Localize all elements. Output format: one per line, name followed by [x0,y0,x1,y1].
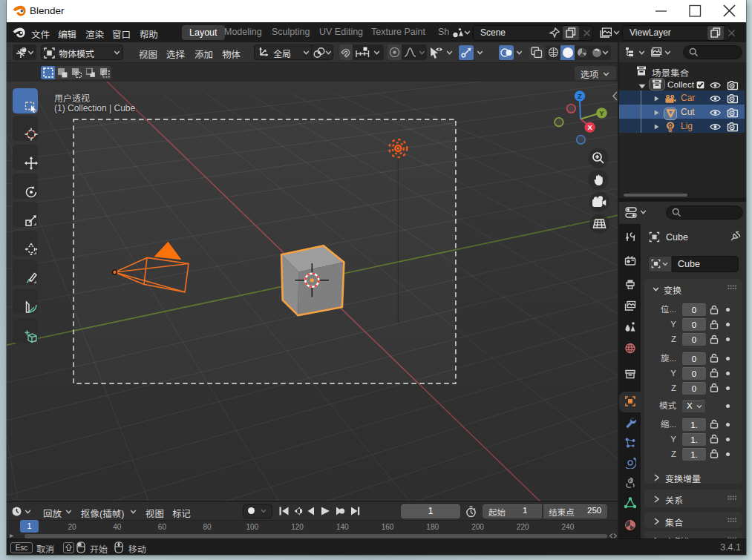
svg-text:X: X [587,123,592,131]
svg-text:Y: Y [599,109,604,117]
svg-text:Z: Z [578,92,582,100]
